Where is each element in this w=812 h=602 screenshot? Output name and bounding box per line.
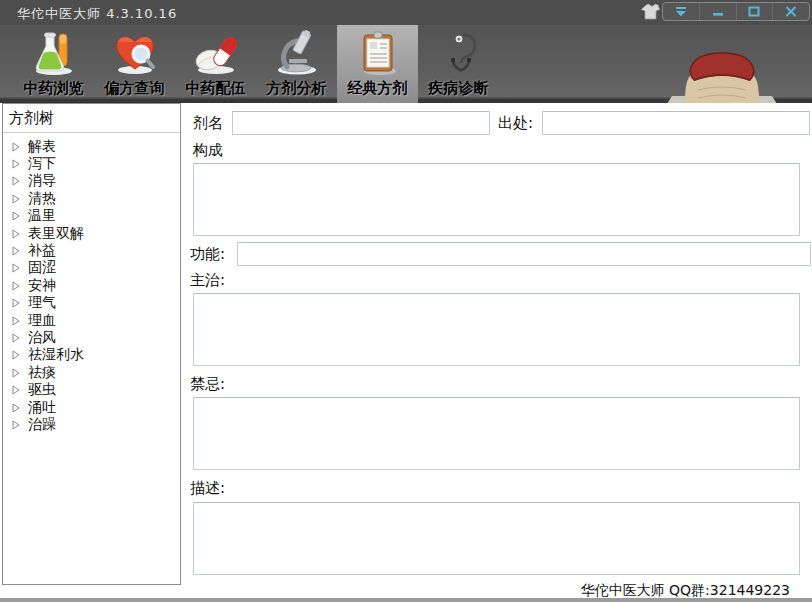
tree-item-zhizao[interactable]: 治躁 xyxy=(3,416,180,433)
collapse-icon xyxy=(674,5,688,18)
content-area: 方剂树 解表 泻下 消导 清热 温里 表里双解 补益 固涩 安神 理气 理血 治… xyxy=(0,103,812,585)
formula-name-input[interactable] xyxy=(232,111,490,135)
expand-arrow-icon[interactable] xyxy=(12,281,20,291)
flask-icon xyxy=(30,29,78,77)
minimize-icon xyxy=(711,5,725,18)
tree-item-anshen[interactable]: 安神 xyxy=(3,277,180,294)
description-textarea[interactable] xyxy=(193,502,800,575)
maximize-icon xyxy=(747,5,761,18)
toolbar-label: 方剂分析 xyxy=(267,79,327,98)
window-title: 华佗中医大师 4.3.10.16 xyxy=(17,5,177,23)
toolbar-label: 经典方剂 xyxy=(348,79,408,98)
skin-icon xyxy=(641,3,660,21)
tree-item-qingre[interactable]: 清热 xyxy=(3,190,180,207)
tree-item-liqi[interactable]: 理气 xyxy=(3,295,180,312)
title-bar: 华佗中医大师 4.3.10.16 xyxy=(0,0,812,25)
close-icon xyxy=(784,5,798,18)
toolbar-item-herb-compatibility[interactable]: 中药配伍 xyxy=(175,25,256,103)
tree-item-zhifeng[interactable]: 治风 xyxy=(3,329,180,346)
tree-item-quchong[interactable]: 驱虫 xyxy=(3,381,180,398)
toolbar-label: 偏方查询 xyxy=(105,79,165,98)
window-bottom-border xyxy=(0,598,812,602)
expand-arrow-icon[interactable] xyxy=(12,333,20,343)
expand-arrow-icon[interactable] xyxy=(12,176,20,186)
close-button[interactable] xyxy=(773,3,809,20)
tree-item-qutan[interactable]: 祛痰 xyxy=(3,364,180,381)
tree-item-xiexia[interactable]: 泻下 xyxy=(3,155,180,172)
tree-item-wenli[interactable]: 温里 xyxy=(3,208,180,225)
tree-item-jiebiao[interactable]: 解表 xyxy=(3,138,180,155)
formula-name-label: 剂名 xyxy=(193,114,223,133)
stethoscope-icon xyxy=(435,29,483,77)
collapse-button[interactable] xyxy=(663,3,700,20)
expand-arrow-icon[interactable] xyxy=(12,385,20,395)
source-input[interactable] xyxy=(542,111,810,135)
expand-arrow-icon[interactable] xyxy=(12,350,20,360)
toolbar-items: 中药浏览 偏方查询 xyxy=(13,25,499,103)
expand-arrow-icon[interactable] xyxy=(12,142,20,152)
tree-item-xiaodao[interactable]: 消导 xyxy=(3,173,180,190)
heart-search-icon xyxy=(111,29,159,77)
function-label: 功能: xyxy=(190,245,225,264)
source-label: 出处: xyxy=(498,114,533,133)
tree-item-yongtu[interactable]: 涌吐 xyxy=(3,399,180,416)
expand-arrow-icon[interactable] xyxy=(12,211,20,221)
composition-label: 构成 xyxy=(193,141,223,160)
toolbar-item-formula-analysis[interactable]: 方剂分析 xyxy=(256,25,337,103)
skin-button[interactable] xyxy=(641,3,660,21)
tree-item-biaolishuangjie[interactable]: 表里双解 xyxy=(3,225,180,242)
toolbar-item-classic-formulas[interactable]: 经典方剂 xyxy=(337,25,418,103)
expand-arrow-icon[interactable] xyxy=(12,229,20,239)
indication-textarea[interactable] xyxy=(193,293,800,366)
status-bar: 华佗中医大师 QQ群:321449223 xyxy=(0,585,812,598)
clipboard-icon xyxy=(354,29,402,77)
expand-arrow-icon[interactable] xyxy=(12,420,20,430)
toolbar: 中药浏览 偏方查询 xyxy=(0,25,812,103)
toolbar-label: 中药配伍 xyxy=(186,79,246,98)
toolbar-label: 疾病诊断 xyxy=(429,79,489,98)
taboo-label: 禁忌: xyxy=(190,375,225,394)
expand-arrow-icon[interactable] xyxy=(12,403,20,413)
indication-label: 主治: xyxy=(190,271,225,290)
expand-arrow-icon[interactable] xyxy=(12,298,20,308)
description-label: 描述: xyxy=(190,479,225,498)
toolbar-label: 中药浏览 xyxy=(24,79,84,98)
maximize-button[interactable] xyxy=(737,3,774,20)
expand-arrow-icon[interactable] xyxy=(12,368,20,378)
pills-icon xyxy=(192,29,240,77)
expand-arrow-icon[interactable] xyxy=(12,263,20,273)
tree-header: 方剂树 xyxy=(3,104,180,133)
expand-arrow-icon[interactable] xyxy=(12,246,20,256)
expand-arrow-icon[interactable] xyxy=(12,194,20,204)
tree-item-guse[interactable]: 固涩 xyxy=(3,260,180,277)
composition-textarea[interactable] xyxy=(193,163,800,236)
toolbar-item-disease-diagnosis[interactable]: 疾病诊断 xyxy=(418,25,499,103)
microscope-icon xyxy=(273,29,321,77)
app-window: 华佗中医大师 4.3.10.16 xyxy=(0,0,812,602)
taboo-textarea[interactable] xyxy=(193,397,800,470)
tree-item-qushilishui[interactable]: 祛湿利水 xyxy=(3,347,180,364)
tree-list: 解表 泻下 消导 清热 温里 表里双解 补益 固涩 安神 理气 理血 治风 祛湿… xyxy=(3,133,180,434)
tree-item-lixue[interactable]: 理血 xyxy=(3,312,180,329)
tree-item-buyi[interactable]: 补益 xyxy=(3,242,180,259)
function-input[interactable] xyxy=(237,242,811,266)
window-controls xyxy=(662,2,810,21)
expand-arrow-icon[interactable] xyxy=(12,159,20,169)
formula-tree-panel: 方剂树 解表 泻下 消导 清热 温里 表里双解 补益 固涩 安神 理气 理血 治… xyxy=(2,103,181,585)
toolbar-item-remedy-search[interactable]: 偏方查询 xyxy=(94,25,175,103)
toolbar-item-herb-browse[interactable]: 中药浏览 xyxy=(13,25,94,103)
expand-arrow-icon[interactable] xyxy=(12,316,20,326)
minimize-button[interactable] xyxy=(700,3,737,20)
